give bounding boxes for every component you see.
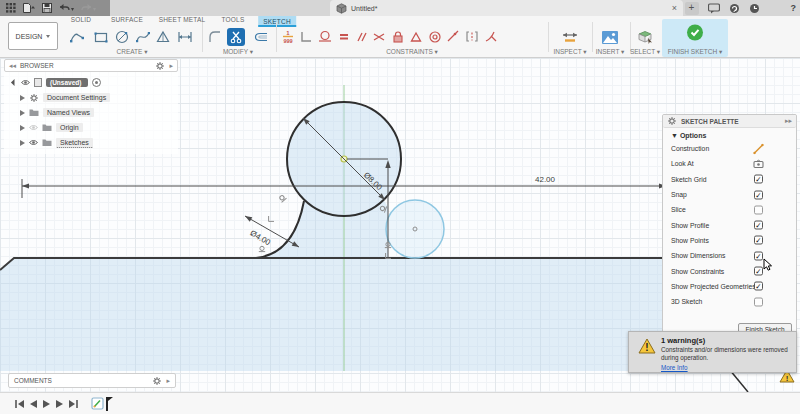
palette-row-show-projected-geometries[interactable]: Show Projected Geometries ✓ [663,279,796,294]
dimension-small-arc[interactable]: Ø4.00 [245,216,299,247]
sketch-grid-checkbox[interactable]: ✓ [754,175,763,184]
root-document-label[interactable]: (Unsaved) [46,78,88,87]
rectangle-icon[interactable] [92,28,110,46]
show-profile-checkbox[interactable]: ✓ [754,221,763,230]
timeline-play-button[interactable] [42,399,51,409]
tab-surface[interactable]: SURFACE [111,16,143,27]
modify-section-label[interactable]: MODIFY ▾ [223,48,253,56]
document-tab[interactable]: Untitled* × [330,0,683,16]
3d-sketch-checkbox[interactable] [754,297,763,306]
save-icon[interactable] [42,3,52,13]
file-menu-icon[interactable] [23,3,35,13]
visibility-eye-icon[interactable] [21,79,30,86]
midpoint-constraint-icon[interactable] [407,28,425,46]
small-circle[interactable] [386,200,444,258]
inspect-icon[interactable] [561,28,579,46]
palette-row-sketch-grid[interactable]: Sketch Grid ✓ [663,172,796,187]
collapsed-arrow-icon[interactable] [20,140,25,146]
select-icon[interactable] [636,28,654,46]
palette-row-slice[interactable]: Slice [663,202,796,217]
palette-row-construction[interactable]: Construction [663,141,796,156]
activate-component-icon[interactable] [92,78,101,87]
sketch-palette-header[interactable]: SKETCH PALETTE ▸▸ [663,115,796,128]
show-dimensions-checkbox[interactable]: ✓ [754,251,763,260]
polygon-icon[interactable] [154,28,172,46]
gear-icon[interactable] [667,116,677,126]
collapse-right-icon[interactable]: ▸▸ [785,117,792,125]
palette-row-show-dimensions[interactable]: Show Dimensions ✓ [663,248,796,263]
expanded-arrow-icon[interactable] [11,79,18,86]
select-section-label[interactable]: SELECT ▾ [630,48,660,56]
inspect-section-label[interactable]: INSPECT ▾ [553,48,586,56]
curvature-constraint-icon[interactable] [482,28,500,46]
workspace-selector[interactable]: DESIGN [8,22,58,50]
snap-checkbox[interactable]: ✓ [754,190,763,199]
collapsed-arrow-icon[interactable] [20,95,25,101]
offset-icon[interactable] [252,28,270,46]
collapsed-arrow-icon[interactable] [20,110,25,116]
redo-icon[interactable] [81,3,96,13]
dimension-constraint-icon[interactable]: 1999 [279,28,297,46]
construction-icon[interactable] [753,143,764,154]
comments-bubble-icon[interactable] [708,3,720,14]
tab-solid[interactable]: SOLID [71,16,92,27]
collapse-left-icon[interactable]: ◂◂ [9,62,16,70]
visibility-eye-icon[interactable] [29,124,38,131]
options-section-header[interactable]: ▼ Options [663,128,796,141]
tree-item-sketches[interactable]: Sketches [4,135,178,150]
timeline-step-back-button[interactable] [29,399,38,409]
palette-row-show-points[interactable]: Show Points ✓ [663,233,796,248]
palette-row-snap[interactable]: Snap ✓ [663,187,796,202]
look-at-icon[interactable] [753,158,764,169]
tab-sketch[interactable]: SKETCH [258,16,296,27]
tree-item-origin[interactable]: Origin [4,120,178,135]
create-section-label[interactable]: CREATE ▾ [117,48,148,56]
line-icon[interactable] [68,28,86,46]
concentric-constraint-icon[interactable] [426,28,444,46]
expand-right-icon[interactable]: ▸ [169,62,173,70]
expand-right-icon[interactable]: ▸ [166,377,170,385]
show-projected-geometries-checkbox[interactable]: ✓ [754,282,763,291]
profile-region-below-line[interactable] [0,258,690,371]
sketch-dimension-icon[interactable] [176,28,194,46]
gear-icon[interactable] [155,61,165,71]
parallel-constraint-icon[interactable] [352,28,370,46]
finish-sketch-label[interactable]: FINISH SKETCH ▾ [668,48,723,56]
app-grid-icon[interactable] [6,3,16,13]
fix-lock-constraint-icon[interactable] [389,28,407,46]
more-info-link[interactable]: More Info [661,364,688,371]
palette-row-3d-sketch[interactable]: 3D Sketch [663,294,796,309]
timeline-go-to-end-button[interactable] [68,399,79,409]
timeline-position-marker[interactable] [106,397,108,411]
visibility-eye-icon[interactable] [29,139,38,146]
timeline-sketch-feature[interactable] [91,397,104,410]
browser-header[interactable]: ◂◂ BROWSER ▸ [4,59,178,72]
tangent-constraint-icon[interactable] [316,28,334,46]
tab-tools[interactable]: TOOLS [222,16,245,27]
collapsed-arrow-icon[interactable] [20,125,25,131]
equal-constraint-icon[interactable] [335,28,353,46]
gear-icon[interactable] [152,376,162,386]
comments-panel[interactable]: COMMENTS ▸ [8,373,176,388]
horizontal-vertical-constraint-icon[interactable] [297,28,315,46]
circle-icon[interactable] [113,28,131,46]
timeline-go-to-start-button[interactable] [14,399,25,409]
fillet-icon[interactable] [206,28,224,46]
job-status-clock-icon[interactable] [749,3,760,14]
undo-icon[interactable] [59,3,74,13]
palette-row-look-at[interactable]: Look At [663,156,796,171]
trim-icon[interactable] [227,28,245,46]
palette-row-show-constraints[interactable]: Show Constraints ✓ [663,263,796,278]
tab-sheet-metal[interactable]: SHEET METAL [159,16,206,27]
insert-icon[interactable] [601,28,619,46]
help-icon[interactable]: ? [791,3,797,13]
sync-status-icon[interactable] [729,3,740,14]
tree-item-named-views[interactable]: Named Views [4,105,178,120]
constraints-section-label[interactable]: CONSTRAINTS ▾ [386,48,438,56]
spline-icon[interactable] [134,28,152,46]
new-tab-icon[interactable]: + [685,2,699,15]
coincident-constraint-icon[interactable] [370,28,388,46]
show-constraints-checkbox[interactable]: ✓ [754,267,763,276]
slice-checkbox[interactable] [754,205,763,214]
timeline-step-forward-button[interactable] [55,399,64,409]
